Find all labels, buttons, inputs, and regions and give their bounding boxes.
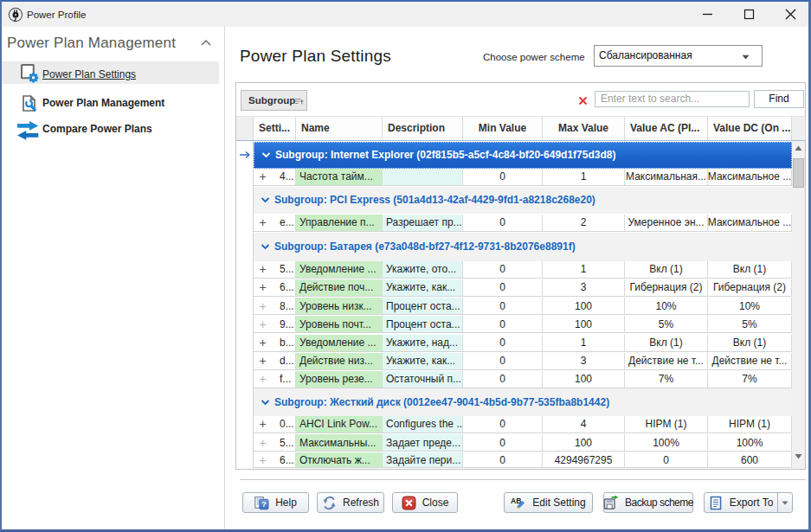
- svg-text:?: ?: [261, 499, 267, 509]
